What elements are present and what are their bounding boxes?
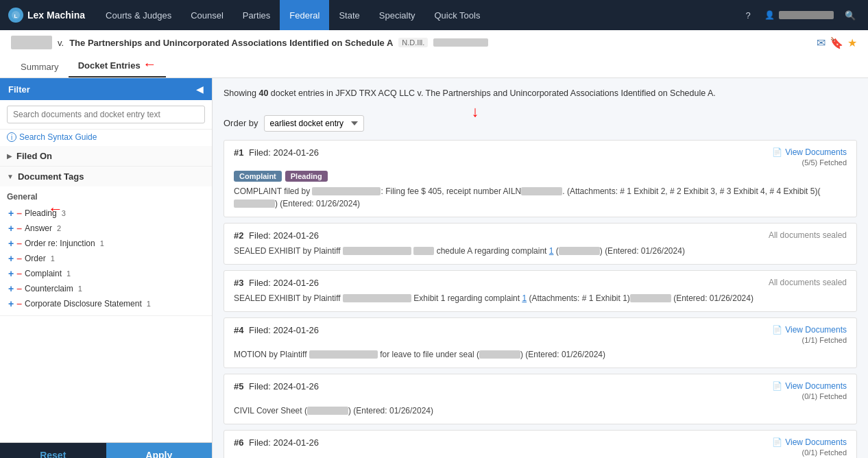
redacted-10: xxx: [479, 350, 520, 359]
entry-5-title: #5 Filed: 2024-01-26: [234, 381, 319, 391]
nav-item-state[interactable]: State: [329, 0, 369, 30]
entry-6-header: #6 Filed: 2024-01-26 📄 View Documents (0…: [234, 437, 847, 457]
sidebar-search-area: [0, 100, 212, 130]
order-label: Order by: [224, 118, 258, 128]
entry-5-text: CIVIL Cover Sheet (xxx) (Entered: 01/26/…: [234, 405, 847, 417]
entry-4-filed: Filed: 2024-01-26: [249, 325, 319, 335]
complaint-link-2[interactable]: 1: [549, 246, 554, 256]
tag-plus-pleading[interactable]: +: [8, 208, 14, 219]
help-icon[interactable]: ?: [738, 5, 758, 25]
case-title: The Partnerships and Unincorporated Asso…: [69, 38, 393, 48]
entry-2-title: #2 Filed: 2024-01-26: [234, 230, 319, 241]
nav-item-parties[interactable]: Parties: [233, 0, 280, 30]
tag-plus-answer[interactable]: +: [8, 223, 14, 234]
entry-5-view-docs[interactable]: 📄 View Documents: [772, 381, 847, 391]
entry-1-text: COMPLAINT filed by redacted: Filing fee …: [234, 185, 847, 210]
star-case-icon[interactable]: ★: [847, 36, 857, 49]
case-v: v.: [58, 38, 64, 48]
tag-minus-answer[interactable]: –: [16, 223, 22, 234]
docket-entry-1: #1 Filed: 2024-01-26 📄 View Documents (5…: [224, 140, 857, 217]
tag-label-answer: Answer: [25, 224, 52, 233]
tag-plus-complaint[interactable]: +: [8, 268, 14, 279]
tag-item-counterclaim: + – Counterclaim 1: [7, 281, 205, 296]
global-search-icon[interactable]: 🔍: [841, 5, 860, 25]
doc-icon-4: 📄: [772, 325, 782, 335]
doc-icon: 📄: [772, 147, 782, 157]
entry-6-filed: Filed: 2024-01-26: [249, 437, 319, 448]
tag-count-complaint: 1: [67, 269, 71, 278]
order-select[interactable]: earliest docket entry latest docket entr…: [264, 115, 364, 132]
tag-plus-order[interactable]: +: [8, 253, 14, 264]
tab-summary[interactable]: Summary: [11, 58, 69, 77]
nav-item-courts-judges[interactable]: Courts & Judges: [96, 0, 181, 30]
tag-label-corporate-disclosure: Corporate Disclosure Statement: [25, 299, 142, 309]
tag-minus-counterclaim[interactable]: –: [16, 283, 22, 294]
entry-4-view-docs[interactable]: 📄 View Documents: [772, 325, 847, 335]
tag-plus-order-injunction[interactable]: +: [8, 238, 14, 249]
entry-1-number: #1: [234, 147, 243, 158]
tag-plus-corporate-disclosure[interactable]: +: [8, 298, 14, 309]
filed-on-toggle[interactable]: ▶ Filed On: [0, 146, 212, 166]
sidebar-header: Filter ◀: [0, 78, 212, 100]
email-case-icon[interactable]: ✉: [817, 36, 825, 49]
tag-minus-corporate-disclosure[interactable]: –: [16, 298, 22, 309]
entry-1-title: #1 Filed: 2024-01-26: [234, 147, 319, 158]
tag-label-counterclaim: Counterclaim: [25, 284, 73, 293]
user-name: [779, 11, 834, 19]
nav-item-specialty[interactable]: Specialty: [370, 0, 425, 30]
docket-entry-5: #5 Filed: 2024-01-26 📄 View Documents (0…: [224, 374, 857, 424]
logo-text: Lex Machina: [27, 10, 85, 21]
sidebar-collapse-button[interactable]: ◀: [196, 84, 204, 95]
redacted-3: xxx: [234, 200, 275, 208]
entry-2-text: SEALED EXHIBIT by Plaintiff redacted xx …: [234, 245, 847, 257]
tag-plus-counterclaim[interactable]: +: [8, 283, 14, 294]
entry-6-fetched: (0/1) Fetched: [802, 448, 847, 457]
entry-3-sealed: All documents sealed: [769, 278, 847, 287]
document-tags-content: General + – Pleading 3 ← + – Answer 2 + …: [0, 186, 212, 315]
entry-3-header: #3 Filed: 2024-01-26 All documents seale…: [234, 278, 847, 288]
docket-entries-arrow: ←: [143, 56, 156, 71]
order-row: Order by earliest docket entry latest do…: [224, 115, 857, 132]
complaint-link-3[interactable]: 1: [522, 293, 527, 303]
tag-minus-pleading[interactable]: –: [16, 208, 22, 219]
entry-6-title: #6 Filed: 2024-01-26: [234, 437, 319, 448]
tag-minus-order-injunction[interactable]: –: [16, 238, 22, 249]
sidebar: Filter ◀ i Search Syntax Guide ▶ Filed O…: [0, 78, 213, 458]
entry-2-header: #2 Filed: 2024-01-26 All documents seale…: [234, 230, 847, 241]
filed-on-chevron: ▶: [7, 152, 12, 160]
filed-on-label: Filed On: [16, 151, 52, 161]
entry-1-header: #1 Filed: 2024-01-26 📄 View Documents (5…: [234, 147, 847, 167]
entry-5-filed: Filed: 2024-01-26: [249, 381, 319, 391]
tag-item-order-injunction: + – Order re: Injunction 1: [7, 236, 205, 251]
document-tags-section: ▼ Document Tags General + – Pleading 3 ←…: [0, 167, 212, 316]
document-tags-chevron: ▼: [7, 173, 14, 180]
document-tags-toggle[interactable]: ▼ Document Tags: [0, 167, 212, 186]
search-input[interactable]: [7, 106, 205, 123]
entry-6-view-docs[interactable]: 📄 View Documents: [772, 437, 847, 447]
bookmark-case-icon[interactable]: 🔖: [830, 36, 843, 49]
entry-5-fetched: (0/1) Fetched: [802, 392, 847, 400]
redacted-6: xxx: [559, 247, 600, 255]
app-logo[interactable]: L Lex Machina: [8, 8, 85, 23]
entry-1-view-docs[interactable]: 📄 View Documents: [772, 147, 847, 157]
nav-item-quick-tools[interactable]: Quick Tools: [425, 0, 490, 30]
reset-button[interactable]: Reset: [0, 443, 106, 458]
entry-3-text: SEALED EXHIBIT by Plaintiff redacted Exh…: [234, 292, 847, 304]
tag-minus-complaint[interactable]: –: [16, 268, 22, 279]
general-label: General: [7, 191, 205, 203]
apply-button[interactable]: Apply: [106, 443, 213, 458]
nav-item-counsel[interactable]: Counsel: [181, 0, 233, 30]
nav-item-federal[interactable]: Federal: [280, 0, 329, 30]
user-menu[interactable]: 👤: [764, 10, 834, 20]
tag-label-complaint: Complaint: [25, 269, 62, 278]
redacted-5: xx: [413, 247, 434, 255]
user-icon: 👤: [764, 10, 775, 20]
tab-docket-entries[interactable]: Docket Entries ←: [69, 52, 167, 77]
redacted-7: redacted: [343, 294, 411, 302]
tag-minus-order[interactable]: –: [16, 253, 22, 264]
case-header: v. The Partnerships and Unincorporated A…: [0, 30, 868, 78]
docket-entry-4: #4 Filed: 2024-01-26 📄 View Documents (1…: [224, 317, 857, 368]
syntax-guide-link[interactable]: i Search Syntax Guide: [0, 130, 212, 146]
sidebar-bottom-buttons: Reset Apply: [0, 442, 212, 458]
entry-5-number: #5: [234, 381, 243, 391]
